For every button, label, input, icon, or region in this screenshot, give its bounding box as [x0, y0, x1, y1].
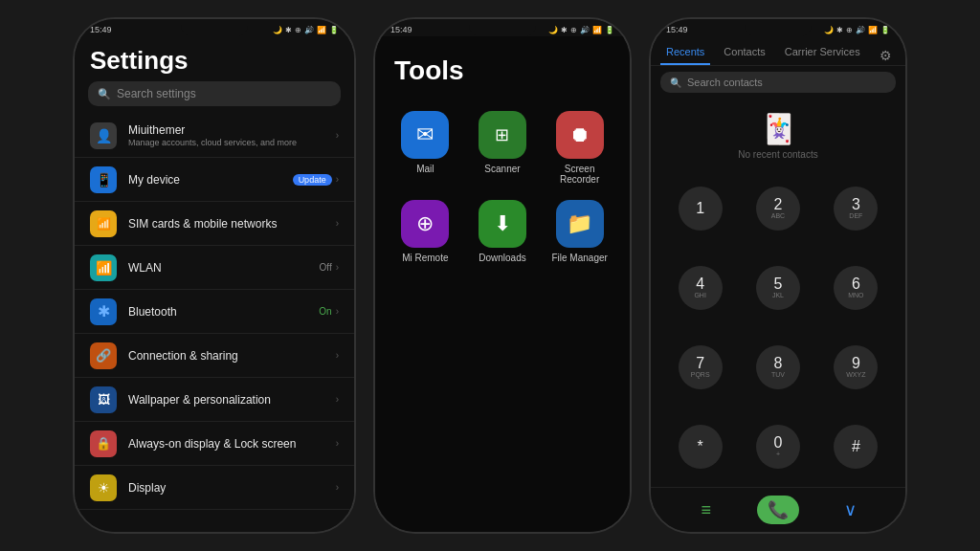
chevron-icon: › [336, 394, 339, 405]
tool-scanner[interactable]: ⊞ Scanner [472, 111, 534, 185]
miremote-label: Mi Remote [402, 253, 448, 263]
lock-icon: 🔒 [90, 430, 117, 457]
lock-title: Always-on display & Lock screen [128, 437, 324, 451]
settings-item-mydevice[interactable]: 📱 My device Update › [75, 158, 354, 202]
dial-star[interactable]: * [679, 425, 723, 469]
filemanager-label: File Manager [551, 253, 607, 263]
chevron-icon: › [336, 438, 339, 449]
time-3: 15:49 [666, 25, 688, 34]
notch [745, 19, 812, 36]
settings-item-wlan[interactable]: 📶 WLAN Off › [75, 246, 354, 290]
dial-7[interactable]: 7PQRS [679, 345, 723, 389]
tool-downloads[interactable]: ⬇ Downloads [472, 200, 534, 263]
settings-search-bar[interactable]: 🔍 Search settings [88, 81, 341, 106]
dial-4[interactable]: 4GHI [679, 266, 723, 310]
call-button[interactable]: 📞 [757, 496, 799, 524]
dial-0[interactable]: 0+ [756, 425, 800, 469]
tab-carrier[interactable]: Carrier Services [779, 40, 866, 65]
time-2: 15:49 [390, 25, 412, 34]
chevron-icon: › [336, 174, 339, 185]
dial-5[interactable]: 5JKL [756, 266, 800, 310]
search-icon: 🔍 [670, 77, 681, 88]
tools-grid: ✉ Mail ⊞ Scanner ⏺ Screen Recorder ⊕ Mi … [375, 101, 630, 273]
tool-miremote[interactable]: ⊕ Mi Remote [394, 200, 457, 263]
miuithemer-subtitle: Manage accounts, cloud services, and mor… [128, 138, 324, 147]
search-contacts-placeholder: Search contacts [687, 77, 763, 88]
phone-contacts: 15:49 🌙 ✱ ⊕ 🔊 📶 🔋 ⚙ Recents Contacts Car… [649, 17, 907, 534]
downloads-label: Downloads [479, 253, 525, 263]
chevron-icon: › [336, 306, 339, 317]
tool-screen-recorder[interactable]: ⏺ Screen Recorder [548, 111, 611, 185]
bottom-bar: ≡ 📞 ∨ [651, 487, 905, 532]
dial-8[interactable]: 8TUV [756, 345, 800, 389]
tab-contacts[interactable]: Contacts [718, 40, 770, 65]
recorder-icon: ⏺ [556, 111, 604, 159]
status-icons-3: 🌙 ✱ ⊕ 🔊 📶 🔋 [824, 26, 890, 34]
bluetooth-title: Bluetooth [128, 305, 307, 319]
filemanager-icon: 📁 [556, 200, 604, 248]
settings-item-display[interactable]: ☀ Display › [75, 466, 354, 510]
mail-label: Mail [416, 164, 434, 174]
phone-screen: ⚙ Recents Contacts Carrier Services 🔍 Se… [651, 36, 905, 532]
wallpaper-icon: 🖼 [90, 386, 117, 413]
scanner-label: Scanner [484, 164, 520, 174]
status-icons-2: 🌙 ✱ ⊕ 🔊 📶 🔋 [548, 26, 614, 34]
dial-2[interactable]: 2ABC [756, 187, 800, 231]
display-title: Display [128, 481, 324, 495]
mail-icon: ✉ [401, 111, 449, 159]
downloads-icon: ⬇ [479, 200, 526, 248]
connection-title: Connection & sharing [128, 349, 324, 363]
mydevice-title: My device [128, 173, 281, 187]
no-contacts-icon: 🃏 [761, 112, 796, 145]
dial-9[interactable]: 9WXYZ [834, 345, 878, 389]
wlan-icon: 📶 [90, 254, 117, 281]
phone-settings: 15:49 🌙 ✱ ⊕ 🔊 📶 🔋 Settings 🔍 Search sett… [73, 17, 356, 534]
tools-screen: Tools ✉ Mail ⊞ Scanner ⏺ Screen Recorder… [375, 36, 630, 532]
bluetooth-icon: ✱ [90, 298, 117, 325]
chevron-icon: › [336, 482, 339, 493]
recorder-label: Screen Recorder [548, 164, 611, 185]
wlan-title: WLAN [128, 261, 308, 275]
miuithemer-icon: 👤 [90, 122, 117, 149]
dial-3[interactable]: 3DEF [834, 187, 878, 231]
display-icon: ☀ [90, 474, 117, 501]
gear-icon[interactable]: ⚙ [880, 48, 892, 63]
miremote-icon: ⊕ [401, 200, 449, 248]
chevron-icon: › [336, 130, 339, 141]
settings-item-sim[interactable]: 📶 SIM cards & mobile networks › [75, 202, 354, 246]
sim-icon: 📶 [90, 210, 117, 237]
connection-icon: 🔗 [90, 342, 117, 369]
sim-title: SIM cards & mobile networks [128, 217, 324, 231]
no-contacts-text: No recent contacts [738, 149, 817, 160]
chevron-icon: › [336, 350, 339, 361]
notch [181, 19, 248, 36]
search-placeholder: Search settings [117, 87, 196, 100]
settings-item-bluetooth[interactable]: ✱ Bluetooth On › [75, 290, 354, 334]
dialpad: 1 2ABC 3DEF 4GHI 5JKL 6MNO 7PQRS 8TUV 9W… [651, 167, 905, 487]
settings-item-wallpaper[interactable]: 🖼 Wallpaper & personalization › [75, 378, 354, 422]
phone-tools: 15:49 🌙 ✱ ⊕ 🔊 📶 🔋 Tools ✉ Mail ⊞ Scanner [373, 17, 632, 534]
settings-item-miuithemer[interactable]: 👤 Miuithemer Manage accounts, cloud serv… [75, 114, 354, 158]
tool-mail[interactable]: ✉ Mail [394, 111, 457, 185]
wlan-status: Off [320, 262, 332, 273]
update-badge[interactable]: Update [293, 174, 332, 186]
status-icons-1: 🌙 ✱ ⊕ 🔊 📶 🔋 [273, 26, 339, 34]
notch [469, 19, 536, 36]
chevron-icon: › [336, 218, 339, 229]
tools-title: Tools [375, 36, 630, 101]
no-contacts-area: 🃏 No recent contacts [651, 99, 905, 167]
settings-item-connection[interactable]: 🔗 Connection & sharing › [75, 334, 354, 378]
tab-recents[interactable]: Recents [660, 40, 710, 65]
down-button[interactable]: ∨ [829, 496, 871, 524]
dial-hash[interactable]: # [834, 425, 878, 469]
contacts-search[interactable]: 🔍 Search contacts [660, 72, 896, 93]
phone-tabs: Recents Contacts Carrier Services [651, 36, 905, 66]
dial-1[interactable]: 1 [679, 187, 723, 231]
search-icon: 🔍 [98, 88, 111, 100]
settings-title: Settings [75, 36, 354, 81]
dial-6[interactable]: 6MNO [834, 266, 878, 310]
tool-filemanager[interactable]: 📁 File Manager [548, 200, 611, 263]
settings-item-lock[interactable]: 🔒 Always-on display & Lock screen › [75, 422, 354, 466]
chevron-icon: › [336, 262, 339, 273]
menu-button[interactable]: ≡ [685, 496, 727, 524]
